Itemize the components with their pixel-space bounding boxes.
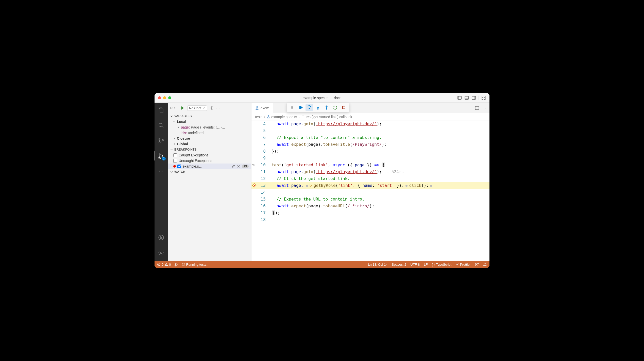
debug-config-select[interactable]: No Conf [187,105,207,111]
status-language-mode[interactable]: { } TypeScript [432,263,451,266]
svg-marker-44 [300,106,302,109]
settings-icon[interactable] [155,248,168,258]
tab-more-icon[interactable] [482,106,486,110]
bp-file[interactable]: example.s… 13 [168,164,251,169]
svg-marker-23 [181,106,184,110]
breadcrumb-symbol[interactable]: test('get started link') callback [301,115,352,119]
more-actions-icon[interactable] [216,106,220,110]
line-number[interactable]: 15 [257,196,268,203]
line-number[interactable]: 8 [257,148,268,155]
line-number[interactable]: 5 [257,127,268,134]
source-control-icon[interactable] [155,136,168,146]
line-number[interactable]: 18 [257,216,268,223]
maximize-window[interactable] [168,96,171,99]
search-icon[interactable] [155,120,168,131]
checkbox-caught[interactable] [173,153,177,157]
status-indentation[interactable]: Spaces: 2 [392,263,406,266]
spinner-icon [182,263,185,266]
breadcrumb-file[interactable]: example.spec.ts [267,115,297,119]
line-number[interactable]: 14 [257,189,268,196]
status-encoding[interactable]: UTF-8 [410,263,420,266]
section-watch[interactable]: WATCH [168,169,251,175]
var-value: Page {_events: {…}… [191,125,225,129]
section-breakpoints[interactable]: BREAKPOINTS [168,147,251,152]
editor-tab[interactable]: exam [251,103,273,113]
remove-breakpoint-icon[interactable] [237,165,240,168]
chevron-right-icon [173,137,176,140]
variables-label: VARIABLES [174,114,192,118]
variable-page[interactable]: page: Page {_events: {…}… [171,124,251,130]
minimize-window[interactable] [163,96,166,99]
line-number[interactable]: 6 [257,134,268,141]
breakpoint-logpoint-icon[interactable] [252,183,257,188]
line-number[interactable]: 12 [257,175,268,182]
svg-line-11 [162,126,163,128]
toggle-primary-sidebar-icon[interactable] [457,96,462,100]
debug-toolbar[interactable] [286,103,349,112]
local-label: Local [177,120,186,124]
continue-button[interactable] [297,104,304,111]
status-cursor-position[interactable]: Ln 13, Col 14 [368,263,387,266]
current-execution-line[interactable]: 13 await page.getByRole('link', { name: … [251,182,489,189]
layout-controls [457,96,486,100]
status-bell-icon[interactable] [483,262,487,266]
status-debug-target[interactable] [174,262,178,266]
customize-layout-icon[interactable] [481,96,486,100]
toggle-secondary-sidebar-icon[interactable] [471,96,476,100]
line-number[interactable]: 7 [257,141,268,148]
bp-caught-exceptions[interactable]: Caught Exceptions [168,152,251,158]
more-icon[interactable] [155,166,168,176]
svg-point-17 [159,171,160,172]
bp-uncaught-exceptions[interactable]: Uncaught Exceptions [168,158,251,164]
breadcrumb-folder[interactable]: tests [255,115,263,119]
action-hint-icon[interactable] [404,185,409,187]
svg-point-18 [161,171,162,172]
svg-rect-1 [458,96,459,99]
line-number[interactable]: 4 [257,120,268,127]
svg-point-22 [160,252,162,254]
section-variables[interactable]: VARIABLES [168,113,251,119]
svg-point-37 [291,106,292,107]
split-editor-icon[interactable] [475,106,479,110]
code-editor[interactable]: 4 await page.goto('https://playwright.de… [251,120,489,261]
step-out-button[interactable] [323,104,330,111]
line-number[interactable]: 13 [257,182,268,189]
bp-label: Caught Exceptions [179,153,209,157]
status-eol[interactable]: LF [424,263,428,266]
status-running-tests[interactable]: Running tests… [182,263,210,266]
restart-button[interactable] [331,104,339,111]
step-over-button[interactable] [306,104,313,111]
drag-handle-icon[interactable] [288,104,296,111]
watch-label: WATCH [174,170,185,174]
line-number[interactable]: 10 [257,161,268,168]
close-window[interactable] [158,96,161,99]
breadcrumb[interactable]: tests › example.spec.ts › test('get star… [251,113,489,120]
scope-local[interactable]: Local [171,119,251,124]
method-icon [301,115,305,119]
run-debug-icon[interactable]: 1 [155,151,168,161]
stop-button[interactable] [340,104,348,111]
status-prettier[interactable]: Prettier [455,263,471,266]
run-test-icon[interactable] [251,163,256,167]
variable-this[interactable]: this: undefined [171,130,251,136]
explorer-icon[interactable] [155,105,168,115]
status-feedback-icon[interactable] [475,262,479,266]
toggle-panel-icon[interactable] [464,96,469,100]
edit-breakpoint-icon[interactable] [232,165,235,168]
checkbox-file-bp[interactable] [177,165,181,168]
tab-label: exam [261,106,269,110]
locator-hint-icon[interactable] [304,184,314,188]
scope-global[interactable]: Global [171,141,251,147]
scope-closure[interactable]: Closure [171,136,251,141]
line-number[interactable]: 16 [257,203,268,209]
step-into-button[interactable] [314,104,322,111]
line-number[interactable]: 11 [257,168,268,175]
line-number[interactable]: 9 [257,155,268,161]
line-number[interactable]: 17 [257,209,268,216]
svg-rect-3 [465,98,469,99]
start-debug-button[interactable] [180,105,185,111]
gear-icon[interactable] [209,106,214,110]
checkbox-uncaught[interactable] [173,159,177,163]
status-errors[interactable]: 0 0 [157,263,171,266]
accounts-icon[interactable] [155,232,168,243]
